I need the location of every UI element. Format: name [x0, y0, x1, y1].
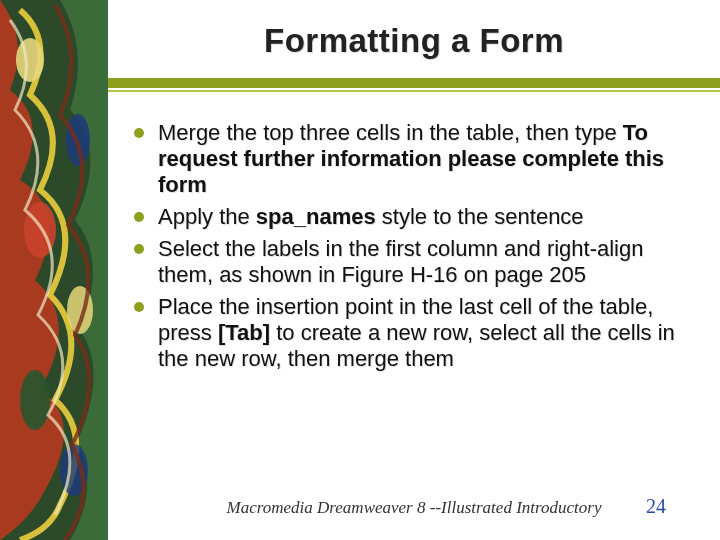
svg-point-1 [16, 38, 44, 82]
title-band: Formatting a Form [108, 0, 720, 100]
footer: Macromedia Dreamweaver 8 --Illustrated I… [108, 498, 720, 518]
slide-title: Formatting a Form [108, 0, 720, 60]
slide: Formatting a Form Merge the top three ce… [0, 0, 720, 540]
bullet-text-post: style to the sentence [376, 204, 584, 229]
bullet-text-pre: Apply the [158, 204, 256, 229]
list-item: Select the labels in the first column an… [132, 236, 692, 288]
bullet-list: Merge the top three cells in the table, … [132, 120, 692, 372]
content-area: Merge the top three cells in the table, … [132, 120, 692, 378]
bullet-text-pre: Merge the top three cells in the table, … [158, 120, 623, 145]
svg-point-5 [20, 370, 50, 430]
bullet-text-pre: Select the labels in the first column an… [158, 236, 643, 287]
bullet-text-bold: spa_names [256, 204, 376, 229]
list-item: Apply the spa_names style to the sentenc… [132, 204, 692, 230]
page-number: 24 [646, 495, 666, 518]
list-item: Place the insertion point in the last ce… [132, 294, 692, 372]
list-item: Merge the top three cells in the table, … [132, 120, 692, 198]
title-underline [108, 78, 720, 92]
footer-text: Macromedia Dreamweaver 8 --Illustrated I… [108, 498, 720, 518]
abstract-painting-icon [0, 0, 108, 540]
bullet-text-bold: [Tab] [218, 320, 270, 345]
sidebar-painting [0, 0, 108, 540]
